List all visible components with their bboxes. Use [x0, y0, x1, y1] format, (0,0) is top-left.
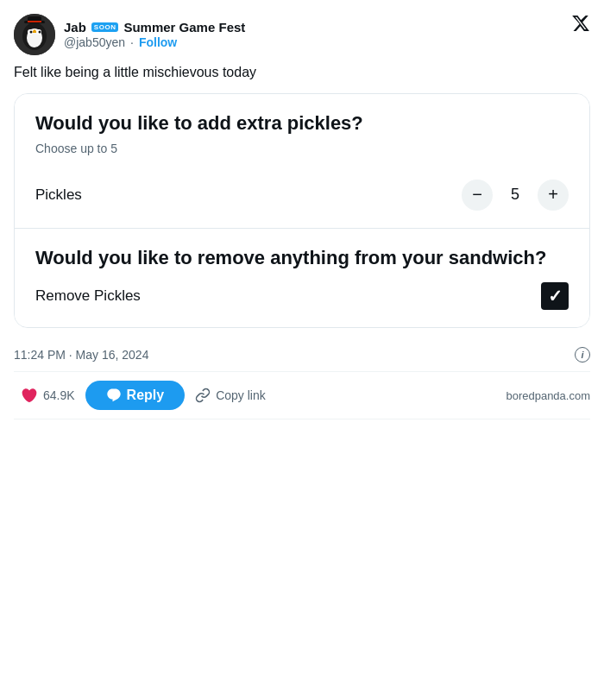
checkbox-row: Remove Pickles ✓	[35, 275, 569, 310]
username-row: @jab50yen · Follow	[64, 35, 245, 49]
tweet-container: Jab SOON Summer Game Fest @jab50yen · Fo…	[0, 0, 604, 419]
card-section-remove: Would you like to remove anything from y…	[15, 229, 589, 328]
actions-wrapper: 64.9K Reply Copy link	[14, 381, 590, 410]
quantity-value: 5	[506, 186, 524, 204]
reply-chat-icon	[106, 388, 122, 403]
increase-button[interactable]: +	[538, 180, 569, 211]
checkmark-icon: ✓	[548, 286, 563, 306]
actions-left: 64.9K Reply Copy link	[14, 381, 273, 410]
soon-badge: SOON	[91, 22, 119, 32]
card-question-1: Would you like to add extra pickles?	[35, 111, 569, 136]
tweet-text: Felt like being a little mischievous tod…	[14, 62, 590, 83]
boredpanda-credit: boredpanda.com	[506, 389, 590, 402]
quantity-control: − 5 +	[462, 180, 569, 211]
item-label-pickles: Pickles	[35, 186, 82, 204]
info-icon[interactable]: i	[575, 347, 590, 363]
timestamp: 11:24 PM · May 16, 2024	[14, 348, 148, 362]
tweet-meta: 11:24 PM · May 16, 2024 i	[14, 338, 590, 372]
tweet-header-left: Jab SOON Summer Game Fest @jab50yen · Fo…	[14, 14, 245, 55]
card-section-pickles: Would you like to add extra pickles? Cho…	[15, 94, 589, 229]
card-question-2: Would you like to remove anything from y…	[35, 246, 569, 271]
username: @jab50yen	[64, 35, 125, 49]
card-subtitle-1: Choose up to 5	[35, 142, 569, 155]
likes-action[interactable]: 64.9K	[14, 382, 82, 409]
x-logo[interactable]	[571, 14, 590, 36]
separator: ·	[130, 35, 134, 49]
tweet-header: Jab SOON Summer Game Fest @jab50yen · Fo…	[14, 14, 590, 55]
follow-button[interactable]: Follow	[139, 35, 177, 49]
display-name: Jab	[64, 20, 86, 35]
actions-row: 64.9K Reply Copy link	[14, 372, 590, 419]
svg-point-7	[39, 31, 41, 34]
decrease-button[interactable]: −	[462, 180, 493, 211]
card-container: Would you like to add extra pickles? Cho…	[14, 93, 590, 328]
name-row: Jab SOON Summer Game Fest	[64, 20, 245, 35]
svg-point-6	[30, 31, 33, 34]
checkbox[interactable]: ✓	[541, 282, 569, 310]
avatar[interactable]	[14, 14, 55, 55]
user-info: Jab SOON Summer Game Fest @jab50yen · Fo…	[64, 20, 245, 49]
minus-icon: −	[472, 185, 482, 205]
plus-icon: +	[548, 185, 558, 205]
like-count: 64.9K	[43, 388, 75, 402]
reply-button[interactable]: Reply	[85, 381, 186, 410]
item-row-pickles: Pickles − 5 +	[35, 180, 569, 211]
event-name: Summer Game Fest	[123, 20, 245, 35]
heart-icon	[21, 387, 38, 404]
copy-link-button[interactable]: Copy link	[188, 382, 273, 408]
checkbox-label: Remove Pickles	[35, 287, 141, 305]
svg-rect-10	[28, 21, 41, 22]
link-icon	[195, 388, 211, 403]
